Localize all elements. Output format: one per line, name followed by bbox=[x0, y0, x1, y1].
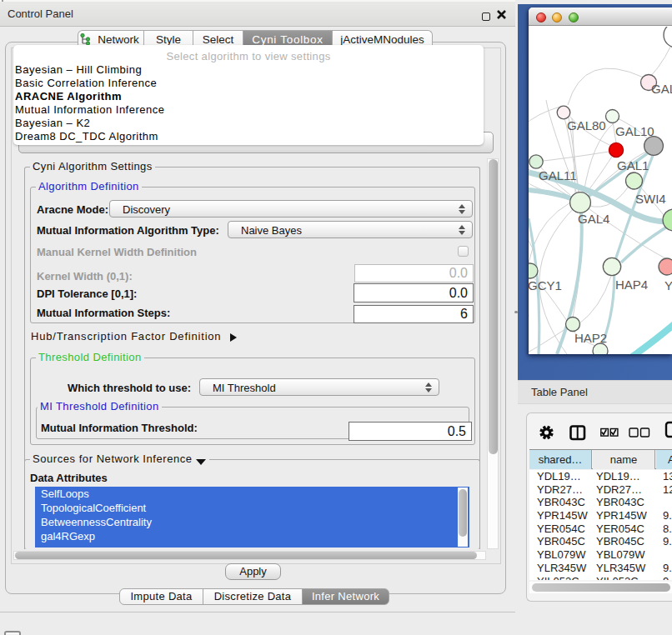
svg-text:GCY1: GCY1 bbox=[529, 278, 562, 292]
svg-text:HAP4: HAP4 bbox=[615, 278, 648, 292]
svg-text:GAL1: GAL1 bbox=[617, 158, 649, 172]
svg-text:GAL10: GAL10 bbox=[615, 124, 654, 138]
svg-text:GAL80: GAL80 bbox=[567, 118, 606, 132]
svg-text:HAP2: HAP2 bbox=[574, 331, 607, 345]
svg-text:SWI4: SWI4 bbox=[635, 192, 666, 206]
svg-text:Y: Y bbox=[664, 278, 672, 292]
svg-text:GAL7: GAL7 bbox=[651, 82, 672, 96]
svg-text:GAL4: GAL4 bbox=[578, 212, 609, 226]
svg-text:GAL11: GAL11 bbox=[539, 168, 577, 182]
